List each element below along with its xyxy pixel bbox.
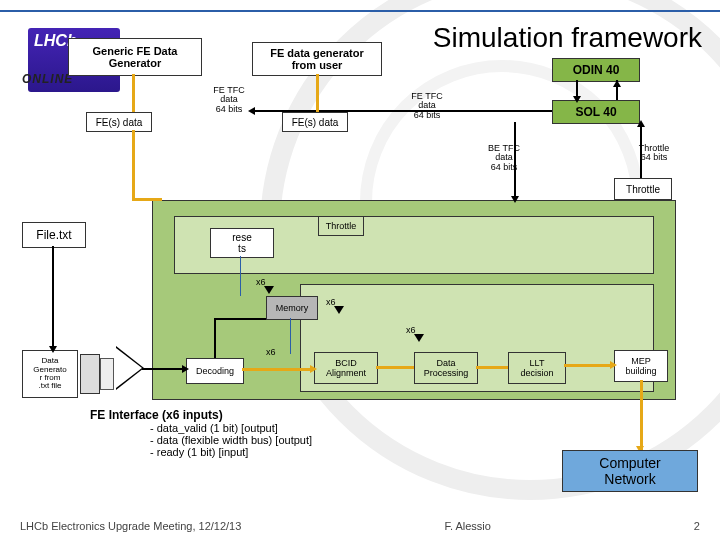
dproc-l2: Processing xyxy=(424,368,469,378)
llt-l1: LLT xyxy=(530,358,545,368)
footer-page-number: 2 xyxy=(694,520,700,532)
line-sol-dsp xyxy=(514,122,516,200)
arrow-down-icon xyxy=(334,306,344,314)
line-gen-fe-r xyxy=(316,74,319,112)
throttle-64-label: Throttle 64 bits xyxy=(628,144,680,163)
line-decoding-mem xyxy=(214,318,216,358)
line-reset-down xyxy=(240,256,241,296)
data-generator-shadow2 xyxy=(100,358,114,390)
arrow-up-icon xyxy=(613,80,621,87)
data-generator-shadow xyxy=(80,354,100,394)
arrow-right-icon xyxy=(182,365,189,373)
computer-network-l1: Computer xyxy=(599,455,660,471)
line-throttle xyxy=(640,122,642,178)
line-mem-down xyxy=(290,318,291,354)
memory-box: Memory xyxy=(266,296,318,320)
line-dec-bcid xyxy=(242,368,314,371)
fe-data-box-left: FE(s) data xyxy=(86,112,152,132)
x6-label-d: x6 xyxy=(266,348,276,357)
line-mux-decoding xyxy=(142,368,186,370)
arrow-down-icon xyxy=(573,96,581,103)
line-dp-llt xyxy=(476,366,508,369)
resets-box: rese ts xyxy=(210,228,274,258)
resets-l1: rese xyxy=(232,232,251,243)
computer-network-l2: Network xyxy=(604,471,655,487)
fe-data-box-right: FE(s) data xyxy=(282,112,348,132)
arrow-down-icon xyxy=(511,196,519,203)
generic-fe-generator-box: Generic FE Data Generator xyxy=(68,38,202,76)
fe-interface-text: FE Interface (x6 inputs) - data_valid (1… xyxy=(90,408,312,458)
decoding-box: Decoding xyxy=(186,358,244,384)
fe-interface-line3: - ready (1 bit) [input] xyxy=(150,446,312,458)
line-bcid-dp xyxy=(376,366,414,369)
data-processing-box: Data Processing xyxy=(414,352,478,384)
slide-footer: LHCb Electronics Upgrade Meeting, 12/12/… xyxy=(0,520,720,532)
llt-l2: decision xyxy=(520,368,553,378)
top-rule xyxy=(0,10,720,12)
line-sol-fe xyxy=(252,110,552,112)
odin40-box: ODIN 40 xyxy=(552,58,640,82)
computer-network-box: Computer Network xyxy=(562,450,698,492)
arrow-up-icon xyxy=(637,120,645,127)
fe-interface-line2: - data (flexible width bus) [output] xyxy=(150,434,312,446)
footer-center: F. Alessio xyxy=(444,520,490,532)
llt-decision-box: LLT decision xyxy=(508,352,566,384)
mep-building-box: MEP building xyxy=(614,350,668,382)
line-fe-h-l xyxy=(132,198,162,201)
line-llt-mep xyxy=(564,364,614,367)
resets-l2: ts xyxy=(238,243,246,254)
line-decoding-mem-h xyxy=(214,318,266,320)
bcid-l1: BCID xyxy=(335,358,357,368)
generic-fe-generator-l2: Generator xyxy=(109,57,162,69)
line-gen-fe-l xyxy=(132,74,135,112)
arrow-right-icon xyxy=(310,365,317,373)
throttle-inner-box: Throttle xyxy=(318,216,364,236)
file-txt-box: File.txt xyxy=(22,222,86,248)
fe-interface-line1: - data_valid (1 bit) [output] xyxy=(150,422,312,434)
fe-tfc-label-2: FE TFC data 64 bits xyxy=(402,92,452,120)
user-fe-generator-l2: from user xyxy=(292,59,343,71)
mux-triangle-icon xyxy=(116,348,142,388)
datagen-l4: .txt file xyxy=(38,382,61,390)
dproc-l1: Data xyxy=(436,358,455,368)
logo-bottom-text: ONLINE xyxy=(22,72,73,86)
arrow-down-icon xyxy=(49,346,57,353)
arrow-down-icon xyxy=(414,334,424,342)
arrow-left-icon xyxy=(248,107,255,115)
user-fe-generator-box: FE data generator from user xyxy=(252,42,382,76)
bcid-l2: Alignment xyxy=(326,368,366,378)
data-generator-box: Data Generato r from .txt file xyxy=(22,350,78,398)
line-mep-net xyxy=(640,380,643,450)
fe-tfc-label-1: FE TFC data 64 bits xyxy=(204,86,254,114)
bcid-alignment-box: BCID Alignment xyxy=(314,352,378,384)
be-tfc-label: BE TFC data 64 bits xyxy=(480,144,528,172)
arrow-down-icon xyxy=(264,286,274,294)
generic-fe-generator-l1: Generic FE Data xyxy=(93,45,178,57)
mep-l2: building xyxy=(625,366,656,376)
line-file-datagen xyxy=(52,246,54,350)
throttle-box: Throttle xyxy=(614,178,672,200)
slide-title: Simulation framework xyxy=(433,22,702,54)
sol40-box: SOL 40 xyxy=(552,100,640,124)
slide-root: LHCb ONLINE Simulation framework Generic… xyxy=(0,0,720,540)
fe-interface-heading: FE Interface (x6 inputs) xyxy=(90,408,223,422)
arrow-right-icon xyxy=(610,361,617,369)
user-fe-generator-l1: FE data generator xyxy=(270,47,364,59)
line-fe-down-l xyxy=(132,130,135,200)
footer-left: LHCb Electronics Upgrade Meeting, 12/12/… xyxy=(20,520,241,532)
mep-l1: MEP xyxy=(631,356,651,366)
